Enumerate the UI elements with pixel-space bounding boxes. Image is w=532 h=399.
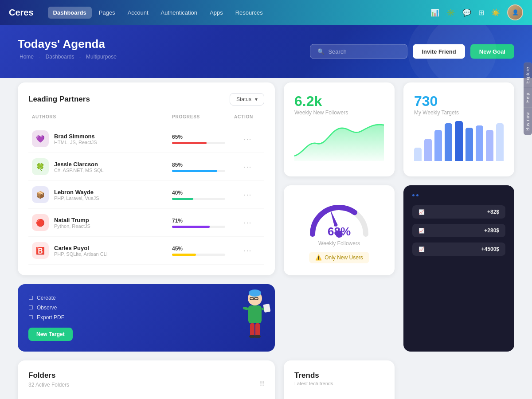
leading-partners-title: Leading Partners — [28, 95, 90, 104]
nav-pages[interactable]: Pages — [94, 7, 121, 19]
promo-list-item: Cereate — [28, 295, 264, 301]
bar-item — [496, 123, 504, 161]
bar-item — [486, 130, 493, 161]
status-dropdown[interactable]: Status ▾ — [230, 93, 264, 106]
nav-apps[interactable]: Apps — [204, 7, 228, 19]
folders-subtitle: 32 Active Folders — [28, 382, 69, 388]
trends-header: Trends Latest tech trends — [294, 371, 384, 393]
author-name: Brad Simmons — [54, 133, 97, 140]
progress-col: 45% — [172, 246, 234, 256]
progress-pct: 71% — [172, 218, 234, 224]
progress-col: 65% — [172, 134, 234, 144]
trends-subtitle: Latest tech trends — [294, 381, 333, 386]
bar-item — [466, 128, 473, 161]
author-avatar: 🔴 — [32, 214, 49, 231]
author-avatar: 🅱️ — [32, 242, 49, 259]
bar-chart-icon[interactable]: 📊 — [430, 8, 439, 17]
svg-point-12 — [249, 335, 255, 338]
user-avatar[interactable]: 👤 — [507, 4, 523, 20]
bar-item — [476, 125, 483, 161]
author-name: Lebron Wayde — [54, 189, 99, 196]
chat-icon[interactable]: 💬 — [462, 8, 471, 17]
table-row: 🍀 Jessie Clarcson C#, ASP.NET, MS SQL 85… — [28, 153, 264, 181]
brand-logo: Ceres — [9, 8, 34, 18]
header-actions: 🔍 Invite Friend New Goal — [310, 44, 514, 59]
svg-rect-6 — [248, 305, 262, 323]
promo-list-item: Export PDF — [28, 314, 264, 321]
explore-tab[interactable]: Explore — [524, 62, 532, 88]
nav-authentication[interactable]: Authentication — [156, 7, 203, 19]
header-section: Todays' Agenda Home - Dashboards - Multi… — [0, 25, 532, 78]
invite-friend-button[interactable]: Invite Friend — [413, 44, 465, 59]
progress-pct: 85% — [172, 162, 234, 168]
search-input[interactable] — [328, 48, 400, 55]
page-title: Todays' Agenda — [18, 37, 514, 51]
targets-bar-chart — [414, 121, 504, 161]
table-row: 🅱️ Carles Puyol PHP, SQLite, Artisan CLI… — [28, 237, 264, 265]
progress-bar-fill — [172, 170, 217, 172]
help-tab[interactable]: Help — [524, 88, 532, 107]
bar-item — [414, 148, 422, 161]
nav-links: Dashboards Pages Account Authentication … — [48, 7, 420, 19]
buy-now-tab[interactable]: Buy now — [524, 107, 532, 135]
leading-partners-header: Leading Partners Status ▾ — [28, 93, 264, 106]
chevron-down-icon: ▾ — [255, 96, 258, 102]
nav-resources[interactable]: Resources — [230, 7, 268, 19]
grid-icon[interactable]: ⊞ — [478, 8, 484, 17]
stat-row-1: 📈 +82$ — [412, 205, 505, 219]
sparkle-icon[interactable]: ✳️ — [446, 8, 455, 17]
navbar-icons: 📊 ✳️ 💬 ⊞ ☀️ 👤 — [430, 4, 523, 20]
followers-chart — [294, 121, 384, 161]
search-box[interactable]: 🔍 — [310, 44, 407, 59]
promo-figure — [231, 289, 270, 342]
new-goal-button[interactable]: New Goal — [470, 44, 514, 59]
author-tech: PHP, Laravel, VueJS — [54, 196, 99, 201]
bar-item — [445, 123, 452, 161]
author-tech: Python, ReactJS — [54, 223, 90, 229]
progress-bar-bg — [172, 170, 225, 172]
folders-header: Folders 32 Active Folders ⁞⁞ — [28, 371, 264, 395]
sun-icon[interactable]: ☀️ — [491, 8, 500, 17]
progress-col-header: PROGRESS — [172, 114, 234, 119]
author-info: 📦 Lebron Wayde PHP, Laravel, VueJS — [32, 186, 172, 203]
svg-rect-9 — [263, 304, 270, 313]
action-dots[interactable]: ⋯ — [234, 246, 261, 255]
author-avatar: 📦 — [32, 186, 49, 203]
author-name: Carles Puyol — [54, 245, 108, 251]
progress-bar-bg — [172, 254, 225, 256]
progress-pct: 65% — [172, 134, 234, 140]
gauge-wrapper: 68% — [304, 194, 375, 239]
author-tech: HTML, JS, ReactJS — [54, 140, 97, 145]
folders-card: Folders 32 Active Folders ⁞⁞ 📁 Project A… — [18, 360, 275, 399]
progress-pct: 40% — [172, 190, 234, 196]
targets-number: 730 — [414, 93, 504, 110]
new-target-button[interactable]: New Target — [28, 328, 73, 341]
leading-partners-card: Leading Partners Status ▾ AUTHORS PROGRE… — [18, 82, 275, 275]
dark-stats: 📈 +82$ 📈 +280$ 📈 +4500$ — [412, 205, 505, 256]
breadcrumb: Home - Dashboards - Multipurpose — [18, 54, 514, 60]
stat-row-2: 📈 +280$ — [412, 224, 505, 237]
author-info: 🔴 Natali Trump Python, ReactJS — [32, 214, 172, 231]
folders-title: Folders — [28, 371, 55, 379]
promo-list-item: Observe — [28, 305, 264, 311]
action-dots[interactable]: ⋯ — [234, 134, 261, 144]
warning-icon: ⚠️ — [315, 254, 322, 261]
dots-icon[interactable]: ⁞⁞ — [260, 379, 264, 387]
svg-rect-7 — [243, 306, 248, 310]
svg-rect-11 — [255, 323, 260, 336]
nav-account[interactable]: Account — [122, 7, 154, 19]
action-dots[interactable]: ⋯ — [234, 190, 261, 200]
only-new-users-badge: ⚠️ Only New Users — [309, 252, 369, 263]
action-dots[interactable]: ⋯ — [234, 218, 261, 227]
progress-col: 40% — [172, 190, 234, 200]
nav-dashboards[interactable]: Dashboards — [48, 7, 92, 19]
progress-bar-fill — [172, 198, 193, 200]
authors-list: 💜 Brad Simmons HTML, JS, ReactJS 65% ⋯ 🍀… — [28, 125, 264, 265]
table-row: 📦 Lebron Wayde PHP, Laravel, VueJS 40% ⋯ — [28, 181, 264, 209]
targets-label: My Weekly Targets — [414, 110, 504, 116]
action-dots[interactable]: ⋯ — [234, 162, 261, 172]
bar-item — [434, 130, 442, 161]
followers-label: Weekly New Followers — [294, 110, 384, 116]
search-icon: 🔍 — [317, 48, 325, 55]
svg-point-13 — [254, 335, 261, 338]
